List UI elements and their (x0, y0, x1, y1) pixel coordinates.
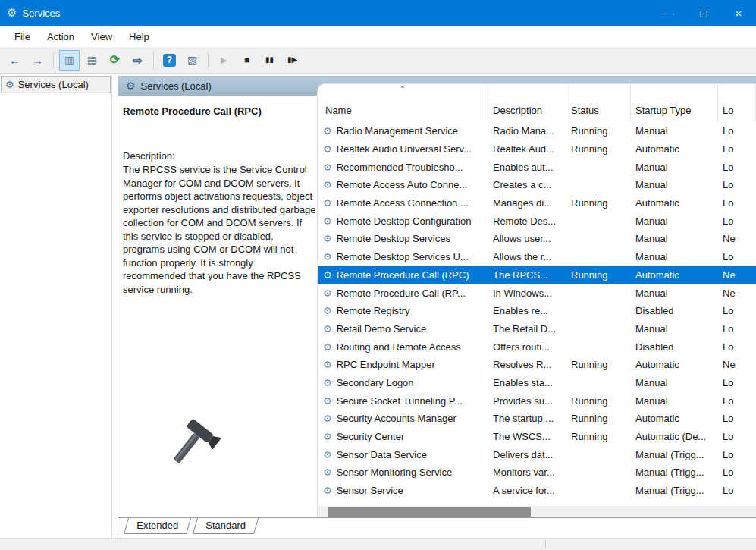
service-gear-icon: ⚙ (323, 485, 332, 496)
start-service-button[interactable]: ▶ (214, 50, 234, 71)
table-row[interactable]: ⚙ Realtek Audio Universal Serv... Realte… (318, 140, 756, 159)
table-row[interactable]: ⚙ Sensor Monitoring Service Monitors var… (318, 464, 756, 482)
stop-service-button[interactable]: ■ (237, 50, 257, 71)
refresh-button[interactable]: ⟳ (105, 50, 125, 71)
column-header-label: Status (571, 105, 599, 116)
service-status: Running (566, 143, 631, 155)
service-description: The RPCS... (488, 269, 566, 281)
restart-icon: ▮▶ (287, 56, 297, 64)
service-gear-icon: ⚙ (323, 377, 332, 388)
tab-standard[interactable]: Standard (193, 518, 259, 534)
service-logon-as: Lo (718, 305, 756, 316)
service-gear-icon: ⚙ (323, 143, 332, 155)
table-row[interactable]: ⚙ Secondary Logon Enables sta... Manual … (318, 374, 756, 392)
service-gear-icon: ⚙ (323, 125, 332, 137)
tab-standard-label: Standard (205, 520, 246, 531)
menu-file[interactable]: File (6, 27, 39, 46)
table-row[interactable]: ⚙ Sensor Data Service Delivers dat... Ma… (318, 445, 756, 464)
table-row[interactable]: ⚙ Remote Registry Enables re... Disabled… (318, 302, 756, 320)
console-tree-icon: ▥ (64, 55, 74, 65)
service-description-text: The RPCSS service is the Service Control… (123, 163, 316, 296)
service-status: Running (566, 395, 631, 407)
service-name: RPC Endpoint Mapper (337, 359, 435, 370)
maximize-button[interactable]: □ (686, 0, 721, 26)
service-name: Sensor Service (337, 485, 403, 496)
table-row[interactable]: ⚙ Recommended Troublesho... Enables aut.… (318, 158, 756, 176)
table-row[interactable]: ⚙ Security Accounts Manager The startup … (318, 410, 756, 428)
column-header-startup[interactable]: ˆ Startup Type (631, 84, 718, 122)
table-row[interactable]: ⚙ Retail Demo Service The Retail D... Ma… (318, 320, 756, 338)
table-row[interactable]: ⚙ Remote Desktop Configuration Remote De… (318, 212, 756, 230)
table-row[interactable]: ⚙ Remote Access Connection ... Manages d… (318, 194, 756, 212)
service-name: Remote Access Auto Conne... (337, 179, 468, 190)
menu-action[interactable]: Action (39, 27, 83, 46)
table-row[interactable]: ⚙ Remote Desktop Services Allows user...… (318, 230, 756, 248)
table-row[interactable]: ⚙ Remote Procedure Call (RPC) The RPCS..… (318, 266, 756, 284)
services-node-icon: ⚙ (5, 79, 14, 90)
table-row[interactable]: ⚙ Sensor Service A service for... Manual… (318, 482, 756, 500)
service-startup-type: Manual (631, 125, 718, 137)
service-description: Offers routi... (488, 341, 566, 353)
close-button[interactable]: × (721, 0, 756, 26)
table-row[interactable]: ⚙ Routing and Remote Access Offers routi… (318, 338, 756, 356)
table-row[interactable]: ⚙ Remote Access Auto Conne... Creates a … (318, 176, 756, 194)
horizontal-scrollbar-thumb[interactable] (328, 507, 531, 517)
table-row[interactable]: ⚙ RPC Endpoint Mapper Resolves R... Runn… (318, 356, 756, 374)
pause-service-button[interactable]: ▮▮ (259, 50, 280, 71)
tree-item-services-local[interactable]: ⚙ Services (Local) (1, 76, 111, 93)
service-logon-as: Lo (718, 413, 756, 424)
menubar: File Action View Help (0, 26, 756, 47)
forward-button[interactable]: → (27, 50, 48, 71)
show-console-tree-button[interactable]: ▥ (59, 50, 80, 71)
table-row[interactable]: ⚙ Remote Procedure Call (RP... In Window… (318, 284, 756, 302)
back-button[interactable]: ← (5, 50, 25, 71)
service-logon-as: Lo (718, 179, 756, 190)
column-header-status[interactable]: ˆ Status (566, 84, 631, 122)
table-row[interactable]: ⚙ Remote Desktop Services U... Allows th… (318, 248, 756, 266)
service-startup-type: Disabled (631, 341, 718, 353)
service-startup-type: Manual (Trigg... (631, 467, 718, 478)
service-status: Running (566, 269, 631, 281)
service-gear-icon: ⚙ (323, 162, 332, 173)
service-startup-type: Automatic (De... (631, 431, 718, 442)
toolbar: ← → ▥ ▤ ⟳ ⇨ ? ▧ ▶ ■ ▮▮ ▮▶ (0, 47, 756, 74)
menu-help[interactable]: Help (121, 27, 158, 46)
service-startup-type: Manual (631, 179, 718, 190)
window-controls: — □ × (651, 0, 756, 26)
help-button[interactable]: ? (159, 50, 180, 71)
service-description: Radio Mana... (488, 125, 566, 137)
service-gear-icon: ⚙ (323, 323, 332, 335)
service-gear-icon: ⚙ (323, 179, 332, 190)
horizontal-scrollbar[interactable] (318, 506, 756, 517)
tab-extended[interactable]: Extended (124, 518, 191, 534)
restart-service-button[interactable]: ▮▶ (282, 50, 303, 71)
service-startup-type: Automatic (631, 269, 718, 281)
service-description: The startup ... (488, 413, 566, 424)
table-row[interactable]: ⚙ Radio Management Service Radio Mana...… (318, 122, 756, 140)
column-header-name[interactable]: ˆ Name (318, 84, 488, 122)
export-list-button[interactable]: ⇨ (127, 50, 148, 71)
menu-view[interactable]: View (83, 27, 121, 46)
service-logon-as: Lo (718, 395, 756, 407)
properties-button[interactable]: ▤ (82, 50, 102, 71)
service-startup-type: Automatic (631, 143, 718, 155)
column-header-description[interactable]: ˆ Description (488, 84, 566, 122)
tab-extended-label: Extended (136, 520, 178, 531)
column-header-logon[interactable]: ˆ Lo (718, 84, 756, 122)
show-action-pane-button[interactable]: ▧ (182, 50, 202, 71)
hammer-graphic (162, 416, 226, 480)
sort-ascending-icon: ˆ (401, 85, 404, 96)
service-name: Remote Desktop Configuration (337, 215, 472, 227)
service-logon-as: Lo (718, 251, 756, 262)
table-row[interactable]: ⚙ Security Center The WSCS... Running Au… (318, 428, 756, 446)
service-logon-as: Lo (718, 431, 756, 442)
service-name: Radio Management Service (337, 125, 458, 137)
service-description: In Windows... (488, 288, 566, 299)
service-startup-type: Automatic (631, 359, 718, 370)
table-header-row: ˆ Name ˆ Description ˆ Status ˆ Startup … (318, 84, 756, 122)
minimize-button[interactable]: — (651, 0, 686, 26)
toolbar-separator (208, 52, 209, 68)
service-description: Enables re... (488, 305, 566, 316)
service-gear-icon: ⚙ (323, 449, 332, 460)
table-row[interactable]: ⚙ Secure Socket Tunneling P... Provides … (318, 391, 756, 410)
